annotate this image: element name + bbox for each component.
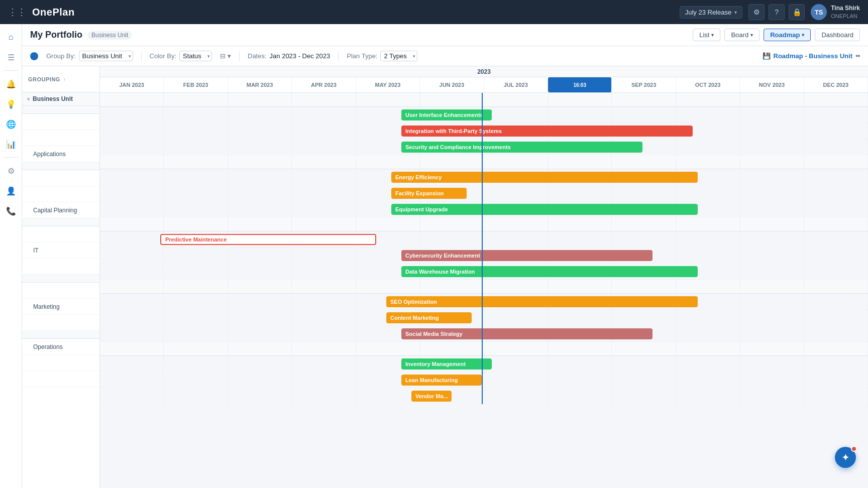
gantt-group-header-applications <box>100 93 868 107</box>
gantt-bar-capital-planning-0[interactable]: Energy Efficiency <box>391 172 698 183</box>
group-item-mkt-row3[interactable] <box>22 315 99 331</box>
month-col-sep-2023: SEP 2023 <box>612 77 676 92</box>
sidebar-divider <box>4 70 18 71</box>
gantt-bar-capital-planning-2[interactable]: Equipment Upgrade <box>391 204 698 215</box>
group-spacer-it <box>22 218 99 226</box>
sidebar-divider-2 <box>4 157 18 158</box>
filter-icon: ⊟ <box>220 52 226 60</box>
group-item-mkt-row1[interactable] <box>22 283 99 299</box>
gantt-bar-operations-0[interactable]: Inventory Management <box>401 358 492 370</box>
sidebar-item-phone[interactable]: 📞 <box>2 202 20 220</box>
plan-type-select-wrap[interactable]: 2 Types ▾ <box>380 51 417 61</box>
gantt-bar-capital-planning-1[interactable]: Facility Expansion <box>391 188 467 199</box>
main-content: My Portfolio Business Unit List ▾ Board … <box>22 24 868 488</box>
group-section-parent: ▾ Business Unit <box>22 92 99 106</box>
roadmap-nav-btn[interactable]: Roadmap ▾ <box>764 29 811 41</box>
gantt-bar-it-0[interactable]: Predictive Maintenance <box>160 234 376 245</box>
color-by-select[interactable]: Status <box>179 51 212 61</box>
roadmap-business-unit-label[interactable]: 💾 Roadmap - Business Unit ⇔ <box>763 52 860 60</box>
group-spacer-apps <box>22 106 99 114</box>
app-logo: OnePlan <box>32 7 674 18</box>
gantt-row-applications-1: Integration with Third-Party Systems <box>100 123 868 139</box>
gantt-bar-applications-1[interactable]: Integration with Third-Party Systems <box>401 126 693 137</box>
gantt-row-it-1: Cybersecurity Enhancement <box>100 248 868 264</box>
sidebar-item-user[interactable]: 👤 <box>2 182 20 200</box>
group-by-select[interactable]: Business Unit <box>79 51 133 61</box>
months-row: JAN 2023FEB 2023MAR 2023APR 2023MAY 2023… <box>100 77 868 92</box>
gantt-bar-operations-2[interactable]: Vendor Ma... <box>411 391 452 402</box>
dates-value: Jan 2023 - Dec 2023 <box>270 52 331 60</box>
sort-icon[interactable]: ↑ <box>63 76 66 82</box>
today-badge: 16:03 <box>571 81 589 89</box>
save-icon: 💾 <box>763 52 771 60</box>
year-label: 2023 <box>100 68 868 75</box>
toolbar-sep-1 <box>141 51 142 61</box>
sidebar-item-insights[interactable]: 💡 <box>2 95 20 113</box>
toolbar: Group By: Business Unit ▾ Color By: Stat… <box>22 46 868 66</box>
group-item-ops-row1: Operations <box>22 339 99 355</box>
business-unit-parent[interactable]: ▾ Business Unit <box>22 92 99 105</box>
group-item-ops-row2[interactable] <box>22 355 99 371</box>
release-selector[interactable]: July 23 Release ▾ <box>680 6 743 19</box>
group-spacer-cap <box>22 162 99 170</box>
group-item-mkt-row2: Marketing <box>22 299 99 315</box>
gantt-bar-marketing-1[interactable]: Content Marketing <box>386 312 472 323</box>
group-item-applications-row3: Applications <box>22 146 99 162</box>
month-col-dec-2023: DEC 2023 <box>804 77 868 92</box>
dashboard-nav-btn[interactable]: Dashboard <box>815 29 860 41</box>
filter-chevron: ▾ <box>228 52 231 60</box>
gantt-bar-it-1[interactable]: Cybersecurity Enhancement <box>401 250 653 261</box>
sidebar-item-settings[interactable]: ⚙ <box>2 162 20 180</box>
month-col-jul-2023: JUL 2023 <box>484 77 548 92</box>
fab-icon: ✦ <box>841 451 850 463</box>
gantt-group-header-capital-planning <box>100 155 868 169</box>
group-item-cap-row2[interactable] <box>22 186 99 202</box>
timeline-area[interactable]: 2023 JAN 2023FEB 2023MAR 2023APR 2023MAY… <box>100 66 868 488</box>
plan-type-select[interactable]: 2 Types <box>380 51 417 61</box>
gantt-group-header-operations <box>100 342 868 356</box>
group-item-it-row3[interactable] <box>22 259 99 275</box>
gantt-group-header-marketing <box>100 280 868 294</box>
user-menu[interactable]: TS Tina Shirk ONEPLAN <box>811 4 860 20</box>
sidebar-item-globe[interactable]: 🌐 <box>2 115 20 133</box>
release-chevron: ▾ <box>734 10 737 15</box>
help-button[interactable]: ? <box>769 4 785 20</box>
board-nav-btn[interactable]: Board ▾ <box>724 29 759 41</box>
fab-button[interactable]: ✦ <box>835 447 856 468</box>
gantt-bar-operations-1[interactable]: Lean Manufacturing <box>401 375 482 386</box>
month-col-nov-2023: NOV 2023 <box>740 77 804 92</box>
group-by-select-wrap[interactable]: Business Unit ▾ <box>79 51 133 61</box>
user-name: Tina Shirk <box>831 5 860 13</box>
sidebar-item-notifications[interactable]: 🔔 <box>2 75 20 93</box>
topbar: ⋮⋮ OnePlan July 23 Release ▾ ⚙ ? 🔒 TS Ti… <box>0 0 868 24</box>
grid-icon[interactable]: ⋮⋮ <box>8 7 26 18</box>
sidebar-item-reports[interactable]: 📊 <box>2 135 20 153</box>
group-item-applications-row1[interactable] <box>22 114 99 130</box>
month-col-may-2023: MAY 2023 <box>356 77 420 92</box>
gantt-body: User Interface EnhancementsIntegration w… <box>100 93 868 404</box>
lock-button[interactable]: 🔒 <box>789 4 805 20</box>
filter-button[interactable]: ⊟ ▾ <box>220 52 231 60</box>
gantt-bar-applications-2[interactable]: Security and Compliance Improvements <box>401 142 642 153</box>
color-by-select-wrap[interactable]: Status ▾ <box>179 51 212 61</box>
subheader-nav: List ▾ Board ▾ Roadmap ▾ Dashboard <box>693 29 860 41</box>
gantt-bar-applications-0[interactable]: User Interface Enhancements <box>401 109 492 120</box>
group-item-applications-row2[interactable] <box>22 130 99 146</box>
subheader-left: My Portfolio Business Unit <box>30 30 132 40</box>
color-dot[interactable] <box>30 52 38 60</box>
group-item-cap-row1[interactable] <box>22 170 99 186</box>
group-item-it-row1[interactable] <box>22 226 99 242</box>
gantt-bar-it-2[interactable]: Data Warehouse Migration <box>401 266 698 277</box>
gantt-bar-marketing-0[interactable]: SEO Optimization <box>386 296 698 307</box>
month-col-feb-2023: FEB 2023 <box>164 77 228 92</box>
gantt-row-marketing-1: Content Marketing <box>100 310 868 326</box>
settings-button[interactable]: ⚙ <box>748 4 765 20</box>
sidebar-item-list[interactable]: ☰ <box>2 48 20 66</box>
sidebar-item-home[interactable]: ⌂ <box>2 28 20 46</box>
list-nav-btn[interactable]: List ▾ <box>693 29 720 41</box>
group-item-ops-row3[interactable] <box>22 371 99 387</box>
group-by-filter: Group By: Business Unit ▾ <box>46 51 133 61</box>
gantt-group-header-it <box>100 217 868 231</box>
month-col-mar-2023: MAR 2023 <box>228 77 292 92</box>
gantt-bar-marketing-2[interactable]: Social Media Strategy <box>401 328 653 339</box>
